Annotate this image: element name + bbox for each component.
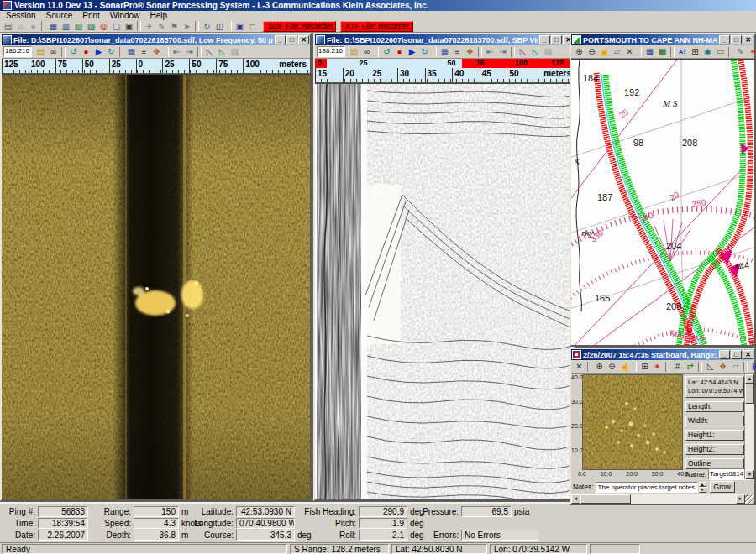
- menu-item[interactable]: Help: [145, 11, 171, 20]
- erase-icon[interactable]: ▱: [611, 46, 623, 58]
- scroll-right-icon[interactable]: ►: [736, 494, 745, 504]
- zoom-out-icon[interactable]: ⊖: [585, 46, 598, 58]
- swap-channel-icon[interactable]: ⇄: [684, 361, 696, 373]
- vessel-icon[interactable]: ⌂: [14, 20, 27, 32]
- sbp-window-titlebar[interactable]: File: D:\SBPI1022607\sonar_data070226183…: [315, 34, 575, 45]
- rewind-icon[interactable]: ↺: [381, 46, 393, 58]
- target-measure-button[interactable]: Height2:: [685, 444, 744, 455]
- zoom-in-icon[interactable]: ⊕: [573, 46, 585, 58]
- waterfall-port-icon[interactable]: ▦: [47, 20, 60, 32]
- signal-gain-icon[interactable]: ≡: [451, 46, 464, 58]
- maximize-button[interactable]: □: [731, 350, 742, 359]
- xtf-recorder-button[interactable]: XTF File: Recorder is off: [340, 21, 413, 32]
- world-view-icon[interactable]: ◉: [701, 46, 714, 58]
- target-vertical-scrollbar[interactable]: ▲ ▼: [744, 374, 754, 479]
- minimize-button[interactable]: _: [539, 35, 550, 44]
- profile-plot-icon[interactable]: ◺: [704, 361, 717, 373]
- menu-item[interactable]: Window: [106, 11, 144, 20]
- color-palette-icon[interactable]: ❖: [150, 46, 163, 58]
- nav-plot-icon[interactable]: ◺: [216, 46, 228, 58]
- coverage-map-icon[interactable]: ▧: [72, 20, 85, 32]
- stop-icon[interactable]: ●: [80, 46, 92, 58]
- sbp-profile-display[interactable]: [315, 83, 575, 499]
- mark-target-icon[interactable]: ✶: [651, 361, 664, 373]
- next-event-icon[interactable]: ⇥: [183, 46, 196, 58]
- close-button[interactable]: ✕: [743, 350, 753, 359]
- palette-icon[interactable]: ❖: [717, 361, 729, 373]
- sensor-plot-icon[interactable]: ◺: [517, 46, 529, 58]
- search-ping-icon[interactable]: ∞: [47, 46, 60, 58]
- zoom-in-icon[interactable]: ⊕: [593, 361, 606, 373]
- maximize-button[interactable]: □: [286, 35, 297, 44]
- scope-view-icon[interactable]: ▢: [110, 20, 123, 32]
- target-measure-button[interactable]: Length:: [685, 401, 744, 412]
- rewind-icon[interactable]: ↺: [67, 46, 80, 58]
- target-view-icon[interactable]: ◎: [97, 20, 110, 32]
- target-measure-button[interactable]: Height1:: [685, 430, 744, 441]
- minimize-button[interactable]: _: [719, 350, 730, 359]
- signal-gain-icon[interactable]: ≡: [138, 46, 150, 58]
- target-sonar-image[interactable]: [582, 374, 683, 470]
- sensor-plot-icon[interactable]: ◺: [203, 46, 216, 58]
- resize-grip[interactable]: [745, 494, 754, 504]
- center-grid-icon[interactable]: ⊞: [689, 46, 701, 58]
- select-region-icon[interactable]: ▭: [714, 46, 727, 58]
- scroll-up-icon[interactable]: ▲: [745, 374, 754, 384]
- scroll-down-icon[interactable]: ▼: [745, 470, 754, 479]
- waterfall-stbd-icon[interactable]: ▥: [60, 20, 72, 32]
- color-palette-icon[interactable]: ❖: [464, 46, 476, 58]
- menu-item[interactable]: Source: [42, 11, 77, 20]
- disabled-plot-icon[interactable]: ▨: [542, 46, 554, 58]
- sdf-recorder-button[interactable]: SDF File: Recorder is off: [263, 21, 336, 32]
- hash-overlay-icon[interactable]: #: [671, 361, 684, 373]
- prev-event-icon[interactable]: ⇤: [484, 46, 496, 58]
- delete-icon[interactable]: ✕: [623, 46, 636, 58]
- maximize-button[interactable]: □: [731, 35, 742, 44]
- play-icon[interactable]: ▶: [92, 46, 105, 58]
- grow-button[interactable]: Grow: [710, 481, 735, 493]
- open-file-icon[interactable]: ▤: [348, 46, 360, 58]
- target-measure-button[interactable]: Width:: [685, 416, 744, 426]
- ping-range-field[interactable]: 186:216: [317, 46, 345, 57]
- disabled-plot-icon[interactable]: ▨: [228, 46, 241, 58]
- scroll-left-icon[interactable]: ◄: [571, 494, 580, 504]
- nav-chart-display[interactable]: 184192M S2598208S18720350rky330340204444…: [571, 59, 754, 345]
- zoom-out-icon[interactable]: ⊖: [606, 361, 618, 373]
- spinner-down-icon[interactable]: ▼: [699, 487, 706, 493]
- event-flag-icon[interactable]: ⚑: [168, 20, 181, 32]
- prev-event-icon[interactable]: ⇤: [171, 46, 183, 58]
- auto-track-icon[interactable]: AT: [676, 46, 689, 58]
- search-ping-icon[interactable]: ∞: [360, 46, 373, 58]
- print-icon[interactable]: ▤: [2, 20, 14, 32]
- pan-hand-icon[interactable]: ☝: [618, 361, 631, 373]
- save-target-icon[interactable]: ▣: [749, 361, 756, 373]
- erase-icon[interactable]: ▱: [729, 361, 742, 373]
- target-notes-input[interactable]: The operator places target notes here. M…: [596, 482, 698, 493]
- sonar-waterfall-display[interactable]: [2, 74, 310, 499]
- minimize-button[interactable]: _: [275, 35, 286, 44]
- mark-position-icon[interactable]: ✶: [747, 46, 756, 58]
- target-window-titlebar[interactable]: 2/26/2007 15:47:35 Starboard, Range:109.…: [571, 349, 754, 360]
- save-icon[interactable]: ▣: [234, 20, 246, 32]
- new-file-icon[interactable]: □: [246, 20, 259, 32]
- fast-forward-icon[interactable]: ↻: [418, 46, 431, 58]
- snapshot-icon[interactable]: ◫: [213, 20, 226, 32]
- replay-icon[interactable]: ↻: [201, 20, 213, 32]
- pan-hand-icon[interactable]: ☝: [598, 46, 611, 58]
- notes-spinner[interactable]: ▲▼: [699, 482, 706, 493]
- display-settings-icon[interactable]: ▦: [125, 46, 138, 58]
- sonar-window-titlebar[interactable]: File: D:\SBPI1022607\sonar_data070226183…: [2, 34, 310, 45]
- nav-chart-icon[interactable]: ▨: [85, 20, 97, 32]
- minimize-button[interactable]: _: [719, 35, 730, 44]
- open-file-icon[interactable]: ▤: [34, 46, 47, 58]
- fast-forward-icon[interactable]: ↻: [105, 46, 118, 58]
- ping-range-field[interactable]: 186:216: [3, 46, 32, 57]
- close-button[interactable]: ✕: [298, 35, 309, 44]
- stop-icon[interactable]: ●: [393, 46, 406, 58]
- alarm-icon[interactable]: ●: [27, 20, 39, 32]
- annotation-icon[interactable]: ✎: [155, 20, 168, 32]
- chart-palette-icon[interactable]: ▩: [656, 46, 669, 58]
- close-button[interactable]: ✕: [743, 35, 753, 44]
- draw-line-icon[interactable]: ✎: [734, 46, 747, 58]
- menu-item[interactable]: Print: [78, 11, 104, 20]
